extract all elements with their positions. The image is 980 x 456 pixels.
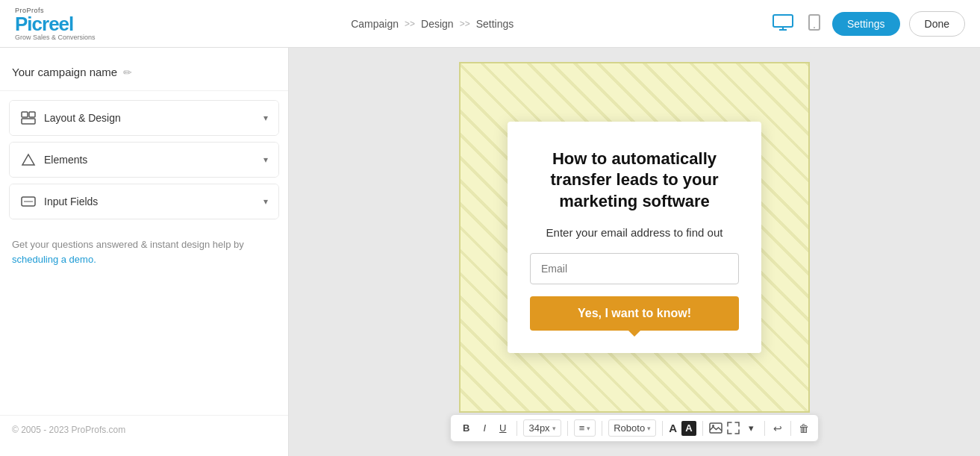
svg-point-4 (814, 27, 815, 28)
elements-icon (20, 152, 37, 168)
underline-button[interactable]: U (495, 419, 511, 437)
font-size-value: 34px (528, 422, 549, 434)
undo-icon[interactable]: ↩ (771, 422, 784, 435)
accordion-layout: Layout & Design ▾ (9, 100, 279, 136)
toolbar-sep-5 (702, 421, 703, 436)
svg-rect-7 (22, 119, 35, 124)
align-dropdown[interactable]: ≡ ▾ (574, 419, 596, 437)
done-button[interactable]: Done (909, 11, 965, 37)
footer-copyright: © 2005 - 2023 ProProfs.com (0, 415, 288, 444)
picreel-logo: Picreel (15, 14, 96, 34)
delete-icon[interactable]: 🗑 (797, 422, 811, 435)
font-bg-icon[interactable]: A (681, 421, 696, 436)
layout-label: Layout & Design (44, 112, 121, 124)
logo-tagline: Grow Sales & Conversions (15, 34, 96, 41)
popup-subtitle: Enter your email address to find out (546, 225, 723, 242)
popup-card: How to automatically transfer leads to y… (508, 122, 761, 353)
popup-title: How to automatically transfer leads to y… (530, 149, 739, 213)
nav-sep-1: >> (405, 19, 415, 29)
align-icon: ≡ (579, 422, 585, 434)
elements-label: Elements (44, 154, 87, 166)
mobile-icon[interactable] (805, 11, 823, 37)
header-actions: Settings Done (770, 11, 965, 37)
svg-rect-5 (22, 112, 28, 117)
inputs-chevron-icon: ▾ (263, 196, 268, 207)
inputs-label: Input Fields (44, 196, 98, 207)
expand-icon[interactable] (727, 422, 740, 435)
preview-area: How to automatically transfer leads to y… (289, 48, 980, 456)
italic-button[interactable]: I (478, 419, 490, 437)
cta-button[interactable]: Yes, I want to know! (530, 296, 739, 331)
font-color-icon[interactable]: A (669, 422, 677, 434)
main-content: Your campaign name ✏ Layout & Design ▾ (0, 48, 980, 456)
campaign-name-row: Your campaign name ✏ (0, 60, 288, 91)
nav-settings[interactable]: Settings (476, 18, 514, 30)
layout-chevron-icon: ▾ (263, 113, 268, 123)
formatting-toolbar: B I U 34px ▾ ≡ ▾ Roboto ▾ (450, 414, 819, 442)
inputs-icon (20, 193, 37, 210)
accordion-inputs: Input Fields ▾ (9, 184, 279, 219)
help-text: Get your questions answered & instant de… (0, 222, 288, 272)
logo-area: ProProfs Picreel Grow Sales & Conversion… (15, 7, 96, 41)
desktop-icon[interactable] (770, 11, 796, 37)
font-size-dropdown[interactable]: 34px ▾ (523, 419, 561, 437)
accordion-layout-header[interactable]: Layout & Design ▾ (10, 101, 278, 135)
popup-background: How to automatically transfer leads to y… (459, 62, 810, 413)
header: ProProfs Picreel Grow Sales & Conversion… (0, 0, 980, 48)
layout-icon (20, 110, 37, 126)
scheduling-link[interactable]: scheduling a demo. (12, 254, 96, 265)
toolbar-sep-1 (516, 421, 517, 436)
nav-sep-2: >> (460, 19, 470, 29)
accordion-elements: Elements ▾ (9, 142, 279, 178)
email-input[interactable] (530, 253, 739, 284)
sidebar: Your campaign name ✏ Layout & Design ▾ (0, 48, 289, 456)
elements-chevron-icon: ▾ (263, 154, 268, 165)
bold-button[interactable]: B (458, 419, 474, 437)
toolbar-sep-6 (764, 421, 765, 436)
header-nav: Campaign >> Design >> Settings (351, 18, 514, 30)
nav-design[interactable]: Design (421, 18, 454, 30)
align-chevron-icon: ▾ (587, 425, 590, 432)
font-family-value: Roboto (614, 422, 645, 434)
edit-icon[interactable]: ✏ (123, 66, 132, 78)
settings-button[interactable]: Settings (832, 12, 900, 36)
toolbar-sep-7 (790, 421, 791, 436)
accordion-inputs-left: Input Fields (20, 193, 98, 210)
font-size-chevron-icon: ▾ (552, 425, 556, 432)
accordion-inputs-header[interactable]: Input Fields ▾ (10, 184, 278, 219)
campaign-name-text: Your campaign name (12, 66, 117, 78)
svg-rect-6 (29, 112, 35, 117)
toolbar-sep-2 (567, 421, 568, 436)
toolbar-sep-3 (602, 421, 602, 436)
image-icon[interactable] (709, 422, 722, 435)
accordion-layout-left: Layout & Design (20, 110, 121, 126)
popup-wrapper: How to automatically transfer leads to y… (450, 62, 819, 442)
accordion-elements-header[interactable]: Elements ▾ (10, 143, 278, 177)
accordion-elements-left: Elements (20, 152, 87, 168)
expand-chevron-icon[interactable]: ▾ (745, 422, 758, 435)
svg-rect-0 (773, 15, 793, 27)
font-family-chevron-icon: ▾ (647, 425, 651, 432)
toolbar-sep-4 (662, 421, 663, 436)
nav-campaign[interactable]: Campaign (351, 18, 399, 30)
font-family-dropdown[interactable]: Roboto ▾ (608, 419, 656, 437)
